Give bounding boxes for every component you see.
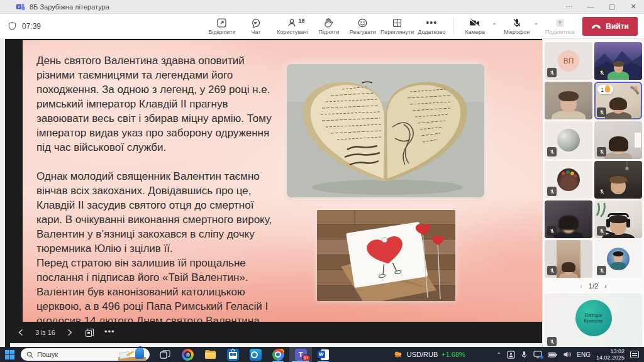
popout-icon xyxy=(216,18,227,28)
mic-off-icon xyxy=(597,226,606,236)
participant-tile-avatar[interactable] xyxy=(545,121,592,159)
participant-tile-active-speaker[interactable]: 1 xyxy=(594,82,642,119)
slide-text-block: День святого Валентина здавна оповитий р… xyxy=(36,53,313,322)
chat-button[interactable]: Чат xyxy=(240,14,272,38)
mic-options-chevron[interactable]: ⌄ xyxy=(534,19,539,26)
task-view-icon xyxy=(160,350,170,359)
outlook-button[interactable] xyxy=(244,347,267,362)
unpin-button[interactable]: Відкріпити xyxy=(206,14,238,38)
participant-tile-initials[interactable]: ВП xyxy=(545,42,592,80)
teams-logo-icon: T xyxy=(16,3,25,11)
chat-icon xyxy=(250,18,261,28)
share-button[interactable]: Поділитися xyxy=(543,14,576,38)
camera-button[interactable]: Камера xyxy=(458,14,491,38)
copilot-button[interactable] xyxy=(176,347,199,362)
file-explorer-icon xyxy=(204,349,216,361)
featured-avatar: Вікторія Кравцова xyxy=(575,300,612,336)
react-button[interactable]: Реагувати xyxy=(347,14,379,38)
clock[interactable]: 13:02 14.02.2025 xyxy=(596,348,625,361)
prev-slide-button[interactable] xyxy=(15,327,26,338)
participant-tile-video[interactable] xyxy=(545,240,592,278)
start-button[interactable] xyxy=(0,350,19,359)
smiley-icon xyxy=(357,18,368,28)
participant-tile-video[interactable] xyxy=(594,121,642,159)
slide-paragraph-2: Однак молодий священник Валентин таємно … xyxy=(36,169,313,322)
notification-center-icon[interactable] xyxy=(630,351,639,358)
clock-time: 13:02 xyxy=(596,348,625,354)
svg-text:T: T xyxy=(18,4,20,9)
camera-off-icon xyxy=(469,18,481,28)
mic-off-icon xyxy=(547,68,557,77)
tray-volume-icon[interactable] xyxy=(563,351,571,358)
tray-expand-chevron[interactable]: ⌃ xyxy=(496,351,501,358)
grid-view-button[interactable] xyxy=(84,327,96,338)
next-slide-button[interactable] xyxy=(64,327,75,338)
chrome-icon xyxy=(272,349,284,361)
participant-tile-video[interactable] xyxy=(594,161,642,199)
slide-paragraph-1: День святого Валентина здавна оповитий р… xyxy=(36,53,313,155)
hand-icon xyxy=(605,87,610,92)
presentation-stage: День святого Валентина здавна оповитий р… xyxy=(5,39,542,347)
featured-participant-tile[interactable]: Вікторія Кравцова xyxy=(545,293,642,349)
mic-off-icon xyxy=(547,337,557,346)
teams-meeting-window: T 8Б Зарубіжна література ⋯ — ▢ ✕ 07:39 … xyxy=(0,0,644,362)
participant-tile-video[interactable] xyxy=(594,200,642,238)
mic-off-icon xyxy=(547,226,557,236)
search-placeholder: Пошук xyxy=(37,351,114,358)
presentation-slide[interactable]: День святого Валентина здавна оповитий р… xyxy=(23,40,542,322)
teams-button[interactable]: T 9+ xyxy=(289,347,312,362)
microphone-button[interactable]: Мікрофон xyxy=(501,14,533,38)
pagination-next-button[interactable]: › xyxy=(604,283,606,290)
window-minimize-button[interactable]: — xyxy=(580,0,601,14)
mic-off-icon xyxy=(597,187,606,196)
tray-mic-icon[interactable] xyxy=(521,351,528,359)
windows-taskbar: Пошук xyxy=(0,347,644,362)
mic-off-icon xyxy=(597,147,606,156)
taskbar-search[interactable]: Пошук xyxy=(21,348,150,361)
meeting-title: 8Б Зарубіжна література xyxy=(30,3,109,11)
window-more-button[interactable]: ⋯ xyxy=(558,0,580,14)
chrome-button[interactable] xyxy=(267,347,289,362)
featured-participant-name: Вікторія Кравцова xyxy=(580,312,608,324)
window-close-button[interactable]: ✕ xyxy=(623,0,644,14)
search-highlight-art xyxy=(118,348,146,361)
camera-options-chevron[interactable]: ⌄ xyxy=(492,19,497,26)
pagination-prev-button[interactable]: ‹ xyxy=(580,283,582,290)
raise-hand-button[interactable]: Підняти xyxy=(313,14,345,38)
weather-ticker-icon xyxy=(393,349,403,359)
ticker-change: +1.68% xyxy=(441,351,465,358)
participants-button[interactable]: 18 Користувачі xyxy=(274,14,311,38)
tray-battery-icon[interactable] xyxy=(548,352,557,358)
participant-tile-video[interactable] xyxy=(545,82,592,119)
window-maximize-button[interactable]: ▢ xyxy=(601,0,623,14)
microsoft-store-icon xyxy=(227,349,239,361)
slide-more-button[interactable]: ••• xyxy=(104,327,115,336)
share-icon xyxy=(555,18,565,28)
titlebar: T 8Б Зарубіжна література ⋯ — ▢ ✕ xyxy=(0,0,644,14)
tray-teams-icon[interactable] xyxy=(507,351,515,359)
microsoft-store-button[interactable] xyxy=(221,347,244,362)
participant-tile-video[interactable] xyxy=(545,200,592,238)
view-button[interactable]: Переглянути xyxy=(380,14,414,38)
word-button[interactable]: W xyxy=(312,347,335,362)
raise-hand-icon xyxy=(324,18,333,28)
tray-display-icon[interactable] xyxy=(533,351,542,358)
outlook-icon xyxy=(250,349,262,361)
slide-position: 3 із 16 xyxy=(35,329,55,336)
more-actions-button[interactable]: ••• Додатково xyxy=(415,14,448,38)
file-explorer-button[interactable] xyxy=(199,347,221,362)
mic-off-icon xyxy=(547,147,557,156)
language-indicator[interactable]: ENG xyxy=(577,351,591,358)
leave-button[interactable]: Вийти xyxy=(582,17,638,36)
toolbar-divider xyxy=(453,18,453,35)
participant-tile-video[interactable] xyxy=(594,42,642,80)
participant-tile-avatar[interactable] xyxy=(594,240,642,278)
main-area: День святого Валентина здавна оповитий р… xyxy=(0,39,644,347)
participant-initials: ВП xyxy=(564,57,574,65)
participants-sidebar: ВП xyxy=(542,39,644,347)
market-ticker[interactable]: USD/RUB +1.68% xyxy=(393,349,465,359)
slide-nav-bar: 3 із 16 ••• xyxy=(5,322,542,343)
task-view-button[interactable] xyxy=(153,347,176,362)
mic-off-icon xyxy=(547,266,557,275)
participant-tile-avatar[interactable] xyxy=(545,161,592,199)
